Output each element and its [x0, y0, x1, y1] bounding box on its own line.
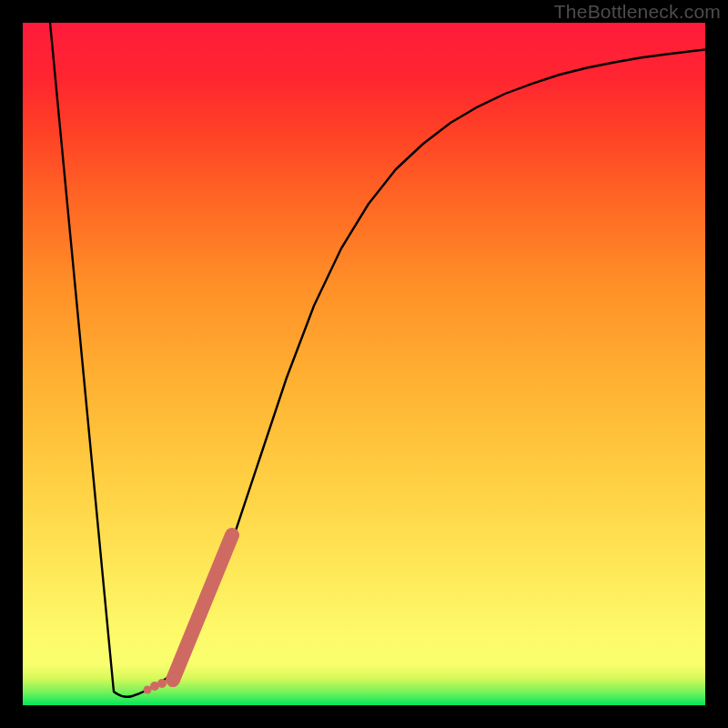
- bottleneck-curve: [23, 23, 705, 705]
- curve-path: [50, 23, 705, 697]
- highlight-dot: [144, 686, 152, 694]
- highlight-dot: [157, 679, 167, 688]
- highlight-band: [173, 535, 232, 680]
- plot-area: [23, 23, 705, 705]
- chart-frame: [0, 0, 728, 728]
- attribution-watermark: TheBottleneck.com: [554, 1, 721, 23]
